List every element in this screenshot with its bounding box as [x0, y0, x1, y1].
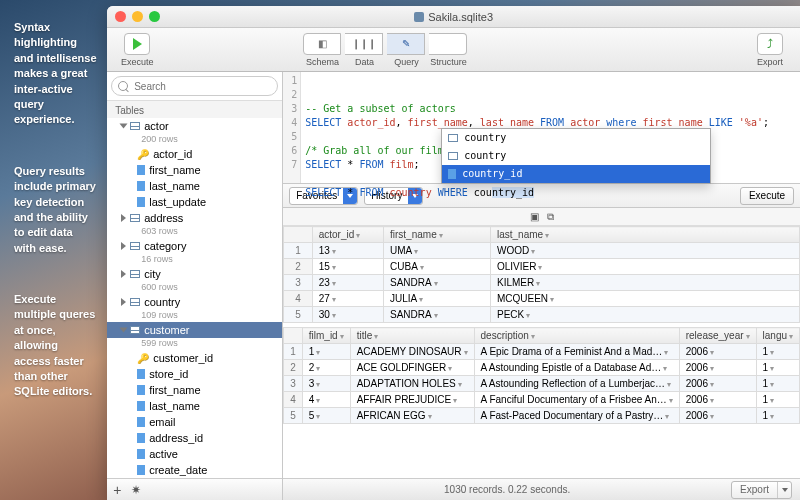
cell[interactable]: 2006▾	[679, 360, 756, 376]
cell[interactable]: AFRICAN EGG▾	[350, 408, 474, 424]
cell[interactable]: ACADEMY DINOSAUR▾	[350, 344, 474, 360]
cell[interactable]: 4▾	[302, 392, 350, 408]
cell[interactable]: UMA▾	[384, 243, 491, 259]
tab-schema[interactable]: ◧Schema	[301, 33, 343, 67]
cell[interactable]: A Epic Drama of a Feminist And a Mad…▾	[474, 344, 679, 360]
cell[interactable]: 2006▾	[679, 408, 756, 424]
column-node[interactable]: email	[107, 414, 282, 430]
column-name: customer_id	[153, 352, 213, 364]
column-node[interactable]: active	[107, 446, 282, 462]
cell[interactable]: 3▾	[302, 376, 350, 392]
export-button[interactable]: ⤴ Export	[748, 33, 792, 67]
column-header[interactable]: actor_id▾	[312, 227, 383, 243]
cell[interactable]: 1▾	[756, 360, 799, 376]
results-pane[interactable]: ▣ ⧉ actor_id▾first_name▾last_name▾113▾UM…	[283, 208, 800, 478]
cell[interactable]: 1▾	[756, 392, 799, 408]
cell[interactable]: SANDRA▾	[384, 307, 491, 323]
table-node-address[interactable]: address	[107, 210, 282, 226]
execute-button[interactable]: Execute	[115, 33, 159, 67]
autocomplete-item[interactable]: country	[442, 129, 710, 147]
autocomplete-item[interactable]: country_id	[442, 165, 710, 183]
column-header[interactable]: last_name▾	[490, 227, 799, 243]
column-node[interactable]: first_name	[107, 162, 282, 178]
sql-editor[interactable]: 1234567 -- Get a subset of actorsSELECT …	[283, 72, 800, 184]
table-row[interactable]: 323▾SANDRA▾KILMER▾	[284, 275, 800, 291]
table-row[interactable]: 215▾CUBA▾OLIVIER▾	[284, 259, 800, 275]
column-node[interactable]: first_name	[107, 382, 282, 398]
column-header[interactable]: release_year▾	[679, 328, 756, 344]
cell[interactable]: ADAPTATION HOLES▾	[350, 376, 474, 392]
table-node-customer[interactable]: customer	[107, 322, 282, 338]
cell[interactable]: 2006▾	[679, 376, 756, 392]
cell[interactable]: SANDRA▾	[384, 275, 491, 291]
cell[interactable]: 2▾	[302, 360, 350, 376]
tab-data[interactable]: ❙❙❙Data	[343, 33, 385, 67]
table-row[interactable]: 530▾SANDRA▾PECK▾	[284, 307, 800, 323]
table-row[interactable]: 55▾AFRICAN EGG▾A Fast-Paced Documentary …	[284, 408, 800, 424]
column-node[interactable]: last_name	[107, 178, 282, 194]
cell[interactable]: 13▾	[312, 243, 383, 259]
results-grid-1[interactable]: actor_id▾first_name▾last_name▾113▾UMA▾WO…	[283, 226, 800, 323]
cell[interactable]: A Fanciful Documentary of a Frisbee An…▾	[474, 392, 679, 408]
cell[interactable]: 1▾	[756, 344, 799, 360]
table-row[interactable]: 22▾ACE GOLDFINGER▾A Astounding Epistle o…	[284, 360, 800, 376]
promo-panel: Syntax highlighting and intellisense mak…	[0, 0, 107, 500]
titlebar[interactable]: Sakila.sqlite3	[107, 6, 800, 28]
table-row[interactable]: 427▾JULIA▾MCQUEEN▾	[284, 291, 800, 307]
search-input[interactable]	[111, 76, 278, 96]
cell[interactable]: 5▾	[302, 408, 350, 424]
cell[interactable]: A Fast-Paced Documentary of a Pastry…▾	[474, 408, 679, 424]
cell[interactable]: 2006▾	[679, 392, 756, 408]
add-icon[interactable]: +	[113, 482, 121, 498]
cell[interactable]: 2006▾	[679, 344, 756, 360]
cell[interactable]: 27▾	[312, 291, 383, 307]
column-node[interactable]: address_id	[107, 430, 282, 446]
cell[interactable]: 1▾	[756, 408, 799, 424]
table-row[interactable]: 33▾ADAPTATION HOLES▾A Astounding Reflect…	[284, 376, 800, 392]
cell[interactable]: ACE GOLDFINGER▾	[350, 360, 474, 376]
table-tree[interactable]: actor200 rows🔑actor_idfirst_namelast_nam…	[107, 118, 282, 478]
cell[interactable]: A Astounding Epistle of a Database Ad…▾	[474, 360, 679, 376]
cell[interactable]: CUBA▾	[384, 259, 491, 275]
code-area[interactable]: -- Get a subset of actorsSELECT actor_id…	[301, 72, 800, 183]
column-header[interactable]: description▾	[474, 328, 679, 344]
cell[interactable]: OLIVIER▾	[490, 259, 799, 275]
table-row[interactable]: 113▾UMA▾WOOD▾	[284, 243, 800, 259]
cell[interactable]: MCQUEEN▾	[490, 291, 799, 307]
column-node[interactable]: create_date	[107, 462, 282, 478]
column-header[interactable]: title▾	[350, 328, 474, 344]
cell[interactable]: A Astounding Reflection of a Lumberjac…▾	[474, 376, 679, 392]
column-header[interactable]: langu▾	[756, 328, 799, 344]
status-export-button[interactable]: Export	[731, 481, 792, 499]
cell[interactable]: KILMER▾	[490, 275, 799, 291]
column-node[interactable]: 🔑customer_id	[107, 350, 282, 366]
autocomplete-popup[interactable]: countrycountrycountry_id	[441, 128, 711, 184]
tab-query[interactable]: ✎Query	[385, 33, 427, 67]
table-node-city[interactable]: city	[107, 266, 282, 282]
cell[interactable]: PECK▾	[490, 307, 799, 323]
column-node[interactable]: last_name	[107, 398, 282, 414]
cell[interactable]: 15▾	[312, 259, 383, 275]
column-node[interactable]: store_id	[107, 366, 282, 382]
table-node-category[interactable]: category	[107, 238, 282, 254]
column-header[interactable]: film_id▾	[302, 328, 350, 344]
table-row[interactable]: 44▾AFFAIR PREJUDICE▾A Fanciful Documenta…	[284, 392, 800, 408]
table-node-actor[interactable]: actor	[107, 118, 282, 134]
column-header[interactable]: first_name▾	[384, 227, 491, 243]
cell[interactable]: 1▾	[756, 376, 799, 392]
autocomplete-item[interactable]: country	[442, 147, 710, 165]
table-node-country[interactable]: country	[107, 294, 282, 310]
cell[interactable]: 1▾	[302, 344, 350, 360]
cell[interactable]: WOOD▾	[490, 243, 799, 259]
cell[interactable]: 23▾	[312, 275, 383, 291]
table-row[interactable]: 11▾ACADEMY DINOSAUR▾A Epic Drama of a Fe…	[284, 344, 800, 360]
cell[interactable]: JULIA▾	[384, 291, 491, 307]
results-grid-2[interactable]: film_id▾title▾description▾release_year▾l…	[283, 327, 800, 424]
column-node[interactable]: last_update	[107, 194, 282, 210]
cell[interactable]: AFFAIR PREJUDICE▾	[350, 392, 474, 408]
gear-icon[interactable]: ✷	[131, 483, 141, 497]
tab-structure[interactable]: Structure	[427, 33, 469, 67]
column-node[interactable]: 🔑actor_id	[107, 146, 282, 162]
row-count: 109 rows	[141, 310, 178, 320]
cell[interactable]: 30▾	[312, 307, 383, 323]
